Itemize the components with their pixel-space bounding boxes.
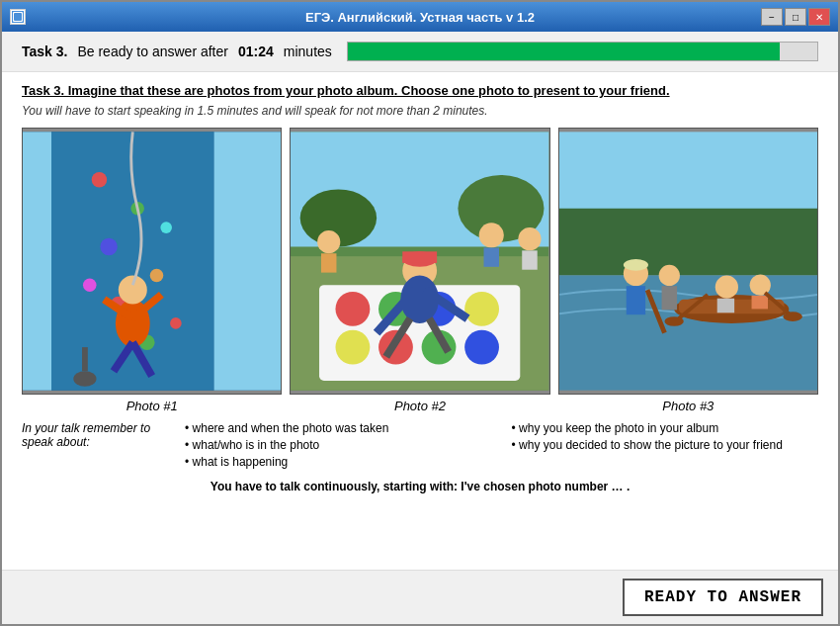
- photos-row: Photo #1: [22, 128, 818, 413]
- svg-rect-52: [523, 251, 538, 270]
- svg-point-31: [336, 292, 371, 326]
- svg-rect-59: [716, 299, 733, 313]
- svg-point-67: [624, 259, 648, 271]
- svg-point-70: [658, 265, 679, 286]
- task-heading: Task 3. Imagine that these are photos fr…: [22, 82, 818, 100]
- svg-point-35: [336, 330, 371, 365]
- middle-list: where and when the photo was taken what/…: [185, 421, 492, 469]
- progress-bar-container: [347, 42, 818, 61]
- photo-2: [290, 128, 549, 395]
- right-item-2: why you decided to show the picture to y…: [512, 438, 819, 452]
- svg-rect-68: [626, 286, 644, 314]
- photo-container-3: Photo #3: [558, 128, 818, 413]
- info-middle: where and when the photo was taken what/…: [180, 421, 492, 472]
- svg-point-49: [479, 223, 504, 247]
- photo-3: [558, 128, 818, 395]
- svg-rect-71: [661, 286, 676, 310]
- svg-point-9: [150, 269, 164, 283]
- svg-point-16: [119, 276, 147, 305]
- svg-rect-23: [23, 133, 51, 391]
- starting-prefix: You have to talk continuously, starting …: [210, 480, 458, 493]
- svg-point-14: [170, 317, 182, 329]
- task-label: Task 3.: [22, 44, 67, 59]
- taskbar: Task 3. Be ready to answer after 01:24 m…: [2, 32, 838, 72]
- info-section: In your talk remember to speak about: wh…: [22, 421, 818, 472]
- svg-point-61: [664, 316, 683, 326]
- photo-label-3: Photo #3: [662, 399, 714, 413]
- svg-point-12: [83, 279, 97, 293]
- photo-label-2: Photo #2: [394, 399, 446, 413]
- svg-point-38: [464, 330, 499, 365]
- close-button[interactable]: ✕: [808, 8, 830, 26]
- svg-rect-55: [559, 276, 817, 391]
- svg-rect-54: [559, 209, 817, 276]
- svg-rect-63: [751, 296, 767, 310]
- info-right: why you keep the photo in your album why…: [492, 421, 819, 472]
- progress-bar-fill: [348, 43, 780, 60]
- main-window: ЕГЭ. Английский. Устная часть v 1.2 − □ …: [0, 0, 840, 626]
- svg-point-58: [714, 276, 737, 299]
- middle-item-1: where and when the photo was taken: [185, 421, 492, 435]
- task-subtext: You will have to start speaking in 1.5 m…: [22, 104, 818, 118]
- svg-rect-24: [214, 133, 282, 391]
- titlebar: ЕГЭ. Английский. Устная часть v 1.2 − □ …: [2, 2, 838, 32]
- starting-bold: I've chosen photo number … .: [461, 480, 630, 493]
- timer-unit: minutes: [284, 44, 332, 59]
- right-list: why you keep the photo in your album why…: [512, 421, 819, 452]
- photo-container-2: Photo #2: [290, 128, 549, 413]
- svg-point-34: [464, 292, 499, 326]
- right-item-1: why you keep the photo in your album: [512, 421, 819, 435]
- timer-display: 01:24: [238, 44, 274, 59]
- svg-rect-2: [14, 13, 22, 21]
- content-area: Task 3. Be ready to answer after 01:24 m…: [2, 32, 838, 624]
- svg-point-47: [317, 230, 340, 253]
- info-left-label: In your talk remember to speak about:: [22, 421, 150, 449]
- middle-item-2: what/who is in the photo: [185, 438, 492, 452]
- titlebar-left: [10, 9, 26, 25]
- middle-item-3: what is happening: [185, 455, 492, 469]
- photo-1: [22, 128, 282, 395]
- svg-rect-41: [403, 252, 438, 264]
- ready-to-answer-button[interactable]: READY TO ANSWER: [623, 579, 823, 616]
- svg-point-65: [783, 312, 801, 321]
- task-heading-bold: Task 3. Imagine that these are photos fr…: [22, 83, 670, 98]
- info-left: In your talk remember to speak about:: [22, 421, 180, 472]
- svg-rect-50: [484, 248, 499, 267]
- svg-point-6: [92, 172, 107, 187]
- photo-container-1: Photo #1: [22, 128, 282, 413]
- starting-text: You have to talk continuously, starting …: [22, 480, 818, 493]
- maximize-button[interactable]: □: [785, 8, 806, 26]
- svg-point-11: [160, 223, 172, 234]
- titlebar-buttons: − □ ✕: [761, 8, 830, 26]
- svg-point-21: [73, 371, 96, 386]
- svg-point-51: [519, 227, 542, 250]
- minimize-button[interactable]: −: [761, 8, 783, 26]
- photo-label-1: Photo #1: [126, 399, 178, 413]
- app-icon: [10, 9, 26, 25]
- svg-point-62: [749, 275, 770, 296]
- task-desc: Be ready to answer after: [77, 44, 228, 59]
- svg-rect-48: [321, 253, 336, 272]
- bottom-bar: READY TO ANSWER: [2, 570, 838, 624]
- main-area: Task 3. Imagine that these are photos fr…: [2, 72, 838, 570]
- window-title: ЕГЭ. Английский. Устная часть v 1.2: [305, 10, 535, 25]
- svg-point-8: [100, 238, 117, 255]
